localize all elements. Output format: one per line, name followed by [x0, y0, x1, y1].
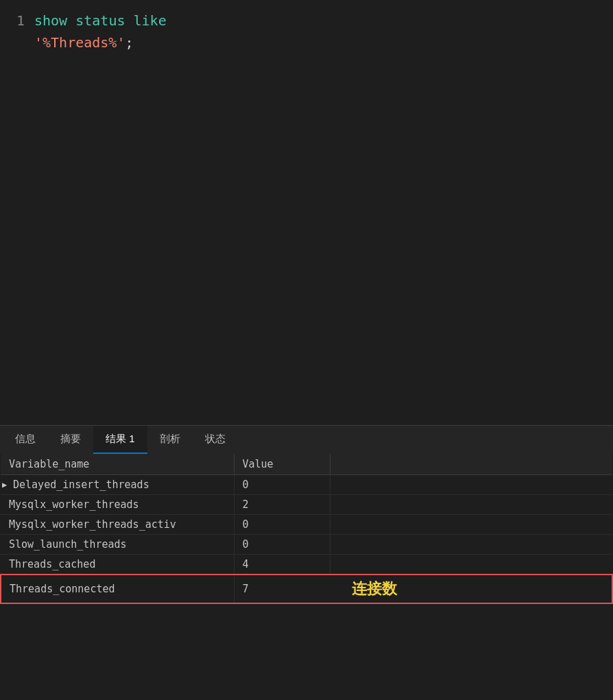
highlighted-table-row[interactable]: Threads_connected 7 连接数 [1, 575, 612, 603]
column-header-extra [330, 454, 612, 475]
cell-extra [330, 515, 612, 535]
line-number-1: 1 [0, 10, 25, 32]
results-area: Variable_name Value ▶ Delayed_insert_thr… [0, 454, 613, 700]
cell-value: 0 [234, 515, 330, 535]
results-table: Variable_name Value ▶ Delayed_insert_thr… [0, 454, 613, 604]
cell-name-highlighted: Threads_connected [1, 575, 234, 603]
tab-profile[interactable]: 剖析 [147, 426, 193, 454]
column-header-name: Variable_name [1, 454, 234, 475]
cell-extra [330, 475, 612, 495]
table-row[interactable]: Mysqlx_worker_threads_activ 0 [1, 515, 612, 535]
code-line-2: '%Threads%'; [34, 32, 613, 53]
cell-value: 4 [234, 555, 330, 575]
cell-value-highlighted: 7 [234, 575, 330, 603]
keyword-like: like [134, 12, 167, 29]
table-header-row: Variable_name Value [1, 454, 612, 475]
cell-extra [330, 495, 612, 515]
cell-value: 0 [234, 475, 330, 495]
tab-status[interactable]: 状态 [193, 426, 238, 454]
tab-info[interactable]: 信息 [3, 426, 48, 454]
cell-name: Slow_launch_threads [1, 535, 234, 555]
keyword-show: show [34, 12, 67, 29]
cell-name: Mysqlx_worker_threads [1, 495, 234, 515]
cell-value: 0 [234, 535, 330, 555]
tab-result1[interactable]: 结果 1 [93, 426, 147, 454]
code-punct: ; [125, 34, 133, 51]
line-numbers: 1 [0, 7, 34, 425]
table-row[interactable]: ▶ Delayed_insert_threads 0 [1, 475, 612, 495]
table-row[interactable]: Mysqlx_worker_threads 2 [1, 495, 612, 515]
cell-name: ▶ Delayed_insert_threads [1, 475, 234, 495]
code-string: '%Threads%' [34, 34, 125, 51]
tabs-bar: 信息 摘要 结果 1 剖析 状态 [0, 425, 613, 454]
code-content[interactable]: show status like '%Threads%'; [34, 7, 613, 425]
cell-name: Threads_cached [1, 555, 234, 575]
row-arrow-icon: ▶ [2, 480, 7, 490]
cell-annotation: 连接数 [330, 575, 612, 603]
column-header-value: Value [234, 454, 330, 475]
annotation-label: 连接数 [338, 580, 397, 597]
keyword-status: status [75, 12, 125, 29]
cell-value: 2 [234, 495, 330, 515]
code-line-1: show status like [34, 10, 613, 32]
cell-extra [330, 555, 612, 575]
table-row[interactable]: Threads_cached 4 [1, 555, 612, 575]
table-row[interactable]: Slow_launch_threads 0 [1, 535, 612, 555]
cell-name: Mysqlx_worker_threads_activ [1, 515, 234, 535]
bottom-section: 信息 摘要 结果 1 剖析 状态 Variable_name Value ▶ D… [0, 425, 613, 700]
editor-area[interactable]: 1 show status like '%Threads%'; [0, 0, 613, 425]
tab-summary[interactable]: 摘要 [48, 426, 93, 454]
cell-extra [330, 535, 612, 555]
